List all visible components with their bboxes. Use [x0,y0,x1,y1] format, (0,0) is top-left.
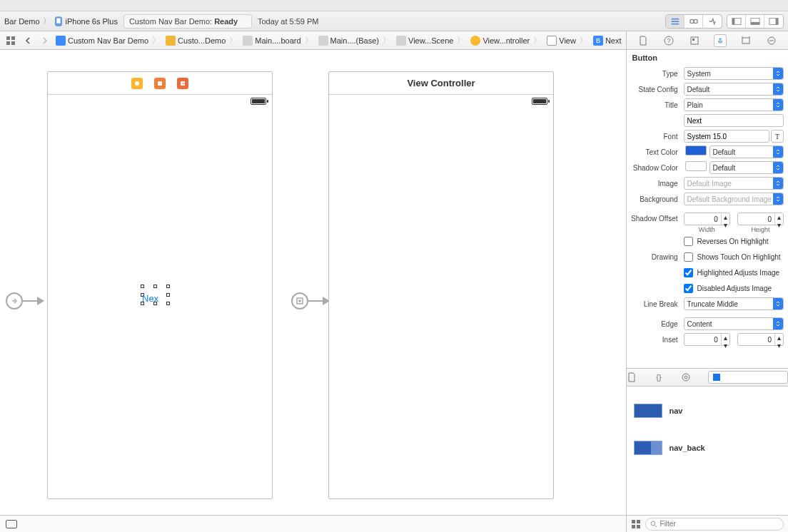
toggle-navigator-button[interactable] [727,15,746,28]
crumb-storyboard[interactable]: Main....board〉 [241,35,315,46]
shadow-height-stepper[interactable]: 0▴▾ [737,213,784,225]
back-button[interactable] [20,34,36,47]
svg-point-31 [651,521,655,526]
svg-rect-12 [6,41,10,45]
svg-rect-21 [742,38,749,44]
title-mode-select[interactable]: Plain [684,98,784,111]
battery-icon [251,98,266,105]
forward-button[interactable] [37,34,53,47]
library-item[interactable]: nav_back [634,429,781,466]
device-config-button[interactable] [6,520,17,528]
crumb-project[interactable]: Custom Nav Bar Demo〉 [54,35,163,46]
standard-editor-button[interactable] [666,15,685,28]
identity-inspector-tab[interactable] [688,34,701,47]
exit-dock-icon[interactable] [177,78,188,89]
text-color-select[interactable]: Default [709,145,784,158]
storyboard-icon [243,36,253,46]
svg-rect-11 [11,36,15,40]
shadow-width-stepper[interactable]: 0▴▾ [684,213,730,225]
image-select[interactable]: Default Image [684,177,784,190]
scene-2[interactable]: View Controller [328,71,554,499]
crumb-view[interactable]: View〉 [545,35,590,46]
project-icon [56,36,66,46]
svg-rect-5 [732,18,734,24]
entry-circle-icon [6,292,23,310]
edge-select[interactable]: Content [684,317,784,330]
step-up-icon[interactable]: ▴ [722,213,729,221]
svg-rect-13 [11,41,15,45]
shadow-color-chip[interactable] [685,161,707,171]
library-tabs: {} [627,368,788,387]
view-icon [547,36,557,46]
crumb-controller[interactable]: View...ntroller〉 [469,35,544,46]
first-responder-dock-icon[interactable] [154,78,166,89]
initial-vc-arrow[interactable] [6,292,44,310]
file-inspector-tab[interactable] [637,34,650,47]
title-text-field[interactable] [684,114,784,127]
object-lib-tab[interactable] [681,372,691,382]
svg-rect-20 [692,39,694,41]
toggle-utilities-button[interactable] [764,15,783,28]
shadow-color-select[interactable]: Default [709,161,784,174]
line-break-select[interactable]: Truncate Middle [684,297,784,310]
library-filter[interactable] [645,518,784,531]
jump-bar: Custom Nav Bar Demo〉 Custo...Demo〉 Main.… [0,31,626,50]
button-icon: B [593,36,603,46]
highlighted-adjusts-checkbox[interactable]: Highlighted Adjusts Image [684,266,784,279]
code-snippet-lib-tab[interactable]: {} [654,372,664,382]
font-picker-button[interactable]: T [771,130,784,143]
scene-dock[interactable] [48,72,272,95]
panel-toggle-segmented[interactable] [727,14,784,29]
related-items-button[interactable] [3,34,19,47]
chevron-updown-icon [773,68,783,79]
media-lib-tab[interactable] [708,371,788,384]
device-icon [54,16,64,26]
folder-icon [166,36,176,46]
attributes-inspector-tab[interactable] [714,34,727,47]
svg-rect-27 [632,520,635,523]
library-thumb [634,441,662,455]
svg-point-3 [694,19,697,23]
view-controller-dock-icon[interactable] [131,78,143,89]
version-editor-button[interactable] [703,15,722,28]
editor-mode-segmented[interactable] [665,14,722,29]
scene-1[interactable]: Nex [47,71,273,499]
media-library: nav nav_back [627,387,788,515]
background-select[interactable]: Default Background Image [684,193,784,205]
disabled-adjusts-checkbox[interactable]: Disabled Adjusts Image [684,282,784,295]
crumb-button[interactable]: BNext [592,36,623,46]
inset-a-stepper[interactable]: 0▴▾ [684,333,730,346]
grid-view-button[interactable] [631,519,641,529]
step-down-icon[interactable]: ▾ [722,221,729,229]
library-item[interactable]: nav [634,392,781,429]
reverses-on-highlight-checkbox[interactable]: Reverses On Highlight [684,235,784,247]
shows-touch-checkbox[interactable]: Shows Touch On Highlight [684,250,784,263]
view-controller-icon [470,36,480,46]
library-filter-input[interactable] [660,520,779,528]
text-color-chip[interactable] [685,145,707,155]
scheme-selector[interactable]: Bar Demo 〉 iPhone 6s Plus [4,16,118,26]
state-config-select[interactable]: Default [684,83,784,96]
scene-title: View Controller [407,78,475,88]
connections-inspector-tab[interactable] [765,34,778,47]
toggle-debug-button[interactable] [746,15,764,28]
activity-time: Today at 5:59 PM [258,17,319,26]
search-icon [650,521,657,528]
size-inspector-tab[interactable] [739,34,752,47]
svg-point-25 [685,376,687,379]
canvas-button-next[interactable]: Nex [142,293,158,304]
crumb-folder[interactable]: Custo...Demo〉 [164,35,240,46]
button-type-select[interactable]: System [684,67,784,80]
quick-help-tab[interactable]: ? [662,34,675,47]
crumb-scene[interactable]: View...Scene〉 [395,35,468,46]
inset-b-stepper[interactable]: 0▴▾ [737,333,784,346]
svg-rect-9 [776,18,779,24]
assistant-editor-button[interactable] [685,15,703,28]
svg-rect-26 [713,374,720,381]
file-template-lib-tab[interactable] [627,372,637,382]
crumb-base[interactable]: Main....(Base)〉 [317,35,393,46]
interface-builder-canvas[interactable]: Nex View Controller [0,50,626,532]
font-field[interactable] [684,130,769,143]
svg-point-15 [135,81,139,86]
segue[interactable] [291,292,330,310]
